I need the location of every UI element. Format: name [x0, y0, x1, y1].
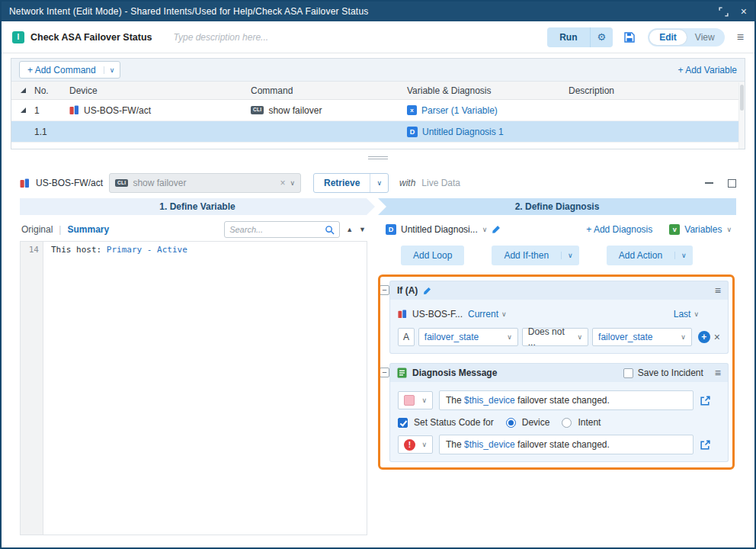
chevron-down-icon[interactable]: ∨ — [104, 66, 120, 74]
tab-original[interactable]: Original — [21, 224, 53, 235]
view-mode-button[interactable]: View — [687, 30, 723, 45]
edit-pencil-icon[interactable] — [492, 225, 501, 234]
chevron-down-icon[interactable]: ∨ — [290, 180, 295, 187]
add-if-then-button[interactable]: Add If-then ∨ — [492, 246, 578, 265]
add-command-button[interactable]: + Add Command ∨ — [19, 61, 120, 79]
remove-condition-icon[interactable]: × — [714, 331, 720, 343]
diagnosis-icon: D — [407, 127, 418, 137]
if-block: − If (A) ≡ US-BOS-F... Current ∨ — [389, 281, 729, 354]
add-command-label: + Add Command — [20, 65, 104, 75]
collapse-minus-icon[interactable]: − — [380, 368, 389, 377]
search-icon[interactable] — [325, 225, 335, 235]
message-block-body: ∨ The $this_device failover state change… — [389, 382, 729, 462]
clear-icon[interactable]: × — [280, 178, 285, 188]
collapse-panel-icon[interactable] — [705, 182, 716, 184]
data-last-dropdown[interactable]: Last ∨ — [674, 309, 699, 319]
add-variable-link[interactable]: + Add Variable — [678, 65, 737, 75]
data-source-label[interactable]: Live Data — [421, 178, 460, 188]
chevron-down-icon[interactable]: ∨ — [561, 252, 579, 259]
if-block-header: If (A) ≡ — [389, 281, 729, 300]
intent-radio-label: Intent — [578, 417, 601, 428]
left-operand-select[interactable]: failover_state ∨ — [418, 328, 518, 346]
diagnosis-message-input[interactable]: The $this_device failover state changed. — [439, 390, 694, 410]
scrollbar-thumb[interactable] — [740, 85, 744, 111]
detail-toolbar: US-BOS-FW/act CLI show failover × ∨ Retr… — [11, 171, 745, 195]
row-expander-icon[interactable] — [21, 108, 26, 113]
chevron-down-icon[interactable]: ∨ — [681, 334, 686, 341]
set-status-checkbox[interactable] — [398, 418, 408, 428]
pane-splitter[interactable] — [2, 153, 754, 162]
block-menu-icon[interactable]: ≡ — [715, 367, 721, 379]
chevron-down-icon[interactable]: ∨ — [726, 226, 732, 233]
chevron-down-icon[interactable]: ∨ — [501, 311, 507, 318]
chevron-down-icon[interactable]: ∨ — [421, 397, 427, 404]
column-variable: Variable & Diagnosis — [407, 85, 569, 96]
variable-panel: Original | Summary ▲ ▼ 14 This host: Pri… — [20, 220, 367, 535]
table-row-command[interactable]: 1 US-BOS-FW/act CLI show failover x Pars… — [11, 100, 745, 121]
add-action-button[interactable]: Add Action ∨ — [607, 246, 693, 265]
add-condition-icon[interactable]: + — [698, 331, 710, 343]
right-operand-value: failover_state — [598, 332, 652, 342]
external-link-icon[interactable] — [700, 395, 711, 406]
add-diagnosis-link[interactable]: + Add Diagnosis — [586, 224, 652, 235]
collapse-all-icon[interactable] — [21, 88, 26, 93]
row-device-name: US-BOS-FW/act — [84, 105, 151, 116]
table-row-diagnosis-selected[interactable]: 1.1 D Untitled Diagnosis 1 — [11, 121, 745, 143]
expand-panel-icon[interactable] — [728, 179, 736, 188]
run-button[interactable]: Run — [547, 27, 589, 47]
close-icon[interactable]: × — [741, 6, 747, 17]
device-radio[interactable] — [506, 418, 516, 428]
detail-device-name: US-BOS-FW/act — [36, 178, 103, 188]
diagnosis-selector[interactable]: Untitled Diagnosi... — [401, 224, 478, 235]
intent-radio[interactable] — [562, 418, 572, 428]
add-loop-button[interactable]: Add Loop — [401, 246, 464, 265]
row-diagnosis-link[interactable]: Untitled Diagnosis 1 — [422, 127, 504, 137]
tab-summary[interactable]: Summary — [67, 224, 109, 235]
line-number-gutter: 14 — [21, 242, 43, 535]
row-parser-link[interactable]: Parser (1 Variable) — [421, 105, 498, 116]
chevron-down-icon[interactable]: ∨ — [674, 252, 693, 259]
menu-icon[interactable]: ≡ — [737, 30, 744, 44]
search-prev-icon[interactable]: ▲ — [346, 226, 353, 233]
command-select[interactable]: CLI show failover × ∨ — [109, 173, 301, 193]
cli-icon: CLI — [251, 106, 264, 114]
code-highlight: Primary - Active — [107, 245, 187, 255]
cli-icon: CLI — [115, 179, 128, 188]
block-menu-icon[interactable]: ≡ — [715, 284, 721, 297]
retrieve-button[interactable]: Retrieve — [314, 174, 370, 192]
status-message-input[interactable]: The $this_device failover state changed. — [439, 435, 694, 454]
save-to-incident-checkbox[interactable] — [623, 368, 633, 378]
splitter-handle[interactable] — [368, 156, 388, 159]
table-scrollbar[interactable] — [738, 82, 745, 149]
chevron-down-icon[interactable]: ∨ — [421, 441, 427, 448]
chevron-down-icon[interactable]: ∨ — [507, 334, 512, 341]
search-next-icon[interactable]: ▼ — [359, 226, 366, 233]
fullscreen-icon[interactable] — [719, 7, 729, 17]
run-settings-icon[interactable]: ⚙ — [590, 27, 613, 47]
code-content: This host: Primary - Active — [43, 242, 367, 535]
message-variable: $this_device — [464, 395, 515, 406]
diagnosis-blocks: − If (A) ≡ US-BOS-F... Current ∨ — [378, 281, 736, 462]
row-no: 1.1 — [34, 127, 69, 137]
operator-select[interactable]: Does not ... ∨ — [522, 328, 588, 346]
chevron-down-icon[interactable]: ∨ — [482, 226, 488, 233]
collapse-minus-icon[interactable]: − — [380, 285, 389, 295]
save-icon[interactable] — [623, 31, 636, 43]
edit-view-toggle: Edit View — [648, 28, 724, 47]
status-variable: $this_device — [464, 439, 515, 450]
chevron-down-icon[interactable]: ∨ — [577, 334, 582, 341]
variables-dropdown[interactable]: Variables — [684, 224, 722, 235]
edit-pencil-icon[interactable] — [423, 287, 431, 295]
set-status-label: Set Status Code for — [414, 417, 494, 428]
edit-mode-button[interactable]: Edit — [649, 30, 687, 45]
right-operand-select[interactable]: failover_state ∨ — [592, 328, 692, 346]
chevron-down-icon[interactable]: ∨ — [694, 311, 699, 318]
chevron-down-icon[interactable]: ∨ — [370, 174, 388, 192]
search-input[interactable] — [229, 225, 322, 234]
external-link-icon[interactable] — [700, 439, 711, 451]
status-code-select[interactable]: ! ∨ — [398, 435, 433, 454]
message-color-select[interactable]: ∨ — [398, 391, 433, 409]
data-current-dropdown[interactable]: Current ∨ — [468, 309, 507, 319]
titlebar: Network Intent (Edit Mode) - Shared Inte… — [2, 2, 754, 21]
description-input[interactable] — [174, 32, 527, 43]
